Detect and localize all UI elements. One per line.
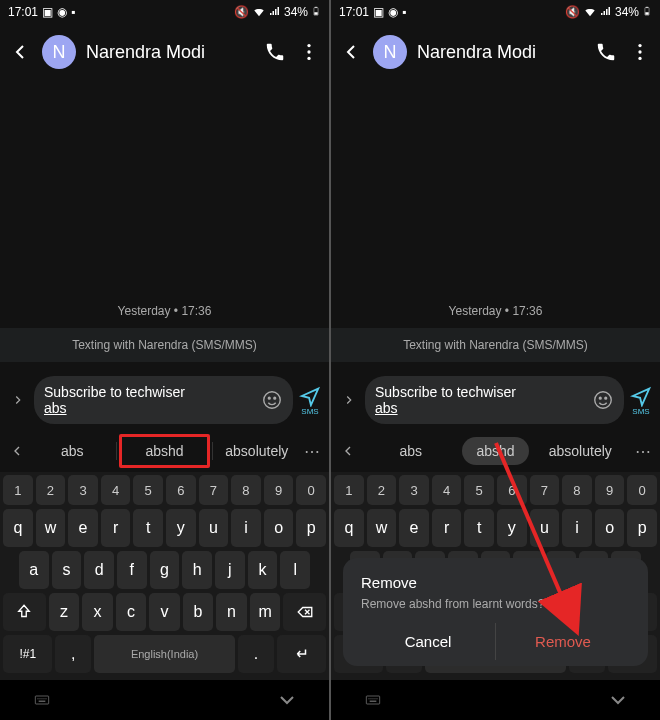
keyboard-switcher-icon[interactable] bbox=[361, 688, 385, 712]
dialog-cancel-button[interactable]: Cancel bbox=[361, 623, 495, 660]
key-q[interactable]: q bbox=[334, 509, 364, 547]
key-h[interactable]: h bbox=[182, 551, 212, 589]
key-v[interactable]: v bbox=[149, 593, 180, 631]
key-shift[interactable] bbox=[3, 593, 46, 631]
key-1[interactable]: 1 bbox=[334, 475, 364, 505]
back-button[interactable] bbox=[339, 40, 363, 64]
key-5[interactable]: 5 bbox=[133, 475, 163, 505]
hide-keyboard-icon[interactable] bbox=[606, 688, 630, 712]
key-i[interactable]: i bbox=[231, 509, 261, 547]
key-y[interactable]: y bbox=[497, 509, 527, 547]
key-9[interactable]: 9 bbox=[595, 475, 625, 505]
phone-right: 17:01 ▣ ◉ ▪ 🔇 34% N Narendra Modi bbox=[331, 0, 660, 720]
key-q[interactable]: q bbox=[3, 509, 33, 547]
expand-compose-button[interactable] bbox=[8, 393, 28, 407]
call-button[interactable] bbox=[594, 40, 618, 64]
key-5[interactable]: 5 bbox=[464, 475, 494, 505]
key-b[interactable]: b bbox=[183, 593, 214, 631]
suggestion-more-button[interactable]: ⋯ bbox=[301, 440, 323, 462]
key-space[interactable]: English(India) bbox=[94, 635, 235, 673]
send-button[interactable]: SMS bbox=[299, 385, 321, 416]
key-m[interactable]: m bbox=[250, 593, 281, 631]
key-0[interactable]: 0 bbox=[627, 475, 657, 505]
key-c[interactable]: c bbox=[116, 593, 147, 631]
key-3[interactable]: 3 bbox=[399, 475, 429, 505]
emoji-button[interactable] bbox=[261, 389, 283, 411]
call-button[interactable] bbox=[263, 40, 287, 64]
send-button[interactable]: SMS bbox=[630, 385, 652, 416]
key-z[interactable]: z bbox=[49, 593, 80, 631]
key-2[interactable]: 2 bbox=[36, 475, 66, 505]
key-r[interactable]: r bbox=[432, 509, 462, 547]
suggestion-3[interactable]: absolutely bbox=[215, 437, 299, 465]
keyboard-switcher-icon[interactable] bbox=[30, 688, 54, 712]
key-o[interactable]: o bbox=[595, 509, 625, 547]
key-comma[interactable]: , bbox=[55, 635, 90, 673]
suggestion-3[interactable]: absolutely bbox=[531, 437, 630, 465]
key-d[interactable]: d bbox=[84, 551, 114, 589]
key-1[interactable]: 1 bbox=[3, 475, 33, 505]
key-8[interactable]: 8 bbox=[562, 475, 592, 505]
key-r[interactable]: r bbox=[101, 509, 131, 547]
more-options-button[interactable] bbox=[297, 40, 321, 64]
key-u[interactable]: u bbox=[199, 509, 229, 547]
key-3[interactable]: 3 bbox=[68, 475, 98, 505]
key-e[interactable]: e bbox=[68, 509, 98, 547]
suggestion-more-button[interactable]: ⋯ bbox=[632, 440, 654, 462]
key-7[interactable]: 7 bbox=[199, 475, 229, 505]
key-6[interactable]: 6 bbox=[166, 475, 196, 505]
key-backspace[interactable] bbox=[283, 593, 326, 631]
key-6[interactable]: 6 bbox=[497, 475, 527, 505]
suggestion-back-button[interactable] bbox=[6, 440, 28, 462]
emoji-button[interactable] bbox=[592, 389, 614, 411]
contact-avatar[interactable]: N bbox=[42, 35, 76, 69]
contact-name[interactable]: Narendra Modi bbox=[86, 42, 253, 63]
conversation-area[interactable]: Yesterday • 17:36 Texting with Narendra … bbox=[0, 80, 329, 370]
key-x[interactable]: x bbox=[82, 593, 113, 631]
dialog-remove-button[interactable]: Remove bbox=[496, 623, 630, 660]
key-4[interactable]: 4 bbox=[101, 475, 131, 505]
message-input[interactable]: Subscribe to techwiser abs bbox=[34, 376, 293, 424]
key-0[interactable]: 0 bbox=[296, 475, 326, 505]
more-options-button[interactable] bbox=[628, 40, 652, 64]
key-t[interactable]: t bbox=[133, 509, 163, 547]
message-input[interactable]: Subscribe to techwiser abs bbox=[365, 376, 624, 424]
conversation-area[interactable]: Yesterday • 17:36 Texting with Narendra … bbox=[331, 80, 660, 370]
contact-avatar[interactable]: N bbox=[373, 35, 407, 69]
key-4[interactable]: 4 bbox=[432, 475, 462, 505]
key-w[interactable]: w bbox=[367, 509, 397, 547]
key-8[interactable]: 8 bbox=[231, 475, 261, 505]
key-j[interactable]: j bbox=[215, 551, 245, 589]
key-y[interactable]: y bbox=[166, 509, 196, 547]
key-a[interactable]: a bbox=[19, 551, 49, 589]
key-p[interactable]: p bbox=[296, 509, 326, 547]
suggestion-1[interactable]: abs bbox=[361, 437, 460, 465]
key-e[interactable]: e bbox=[399, 509, 429, 547]
key-l[interactable]: l bbox=[280, 551, 310, 589]
key-period[interactable]: . bbox=[238, 635, 273, 673]
key-o[interactable]: o bbox=[264, 509, 294, 547]
suggestion-1[interactable]: abs bbox=[30, 437, 114, 465]
hide-keyboard-icon[interactable] bbox=[275, 688, 299, 712]
back-button[interactable] bbox=[8, 40, 32, 64]
key-2[interactable]: 2 bbox=[367, 475, 397, 505]
suggestion-2-selected[interactable]: abshd bbox=[462, 437, 528, 465]
key-w[interactable]: w bbox=[36, 509, 66, 547]
key-enter[interactable] bbox=[277, 635, 326, 673]
key-7[interactable]: 7 bbox=[530, 475, 560, 505]
key-t[interactable]: t bbox=[464, 509, 494, 547]
suggestion-back-button[interactable] bbox=[337, 440, 359, 462]
key-k[interactable]: k bbox=[248, 551, 278, 589]
contact-name[interactable]: Narendra Modi bbox=[417, 42, 584, 63]
key-symbols[interactable]: !#1 bbox=[3, 635, 52, 673]
expand-compose-button[interactable] bbox=[339, 393, 359, 407]
key-p[interactable]: p bbox=[627, 509, 657, 547]
suggestion-2-highlighted[interactable]: abshd bbox=[119, 434, 209, 468]
key-n[interactable]: n bbox=[216, 593, 247, 631]
key-i[interactable]: i bbox=[562, 509, 592, 547]
key-f[interactable]: f bbox=[117, 551, 147, 589]
key-u[interactable]: u bbox=[530, 509, 560, 547]
key-s[interactable]: s bbox=[52, 551, 82, 589]
key-g[interactable]: g bbox=[150, 551, 180, 589]
key-9[interactable]: 9 bbox=[264, 475, 294, 505]
